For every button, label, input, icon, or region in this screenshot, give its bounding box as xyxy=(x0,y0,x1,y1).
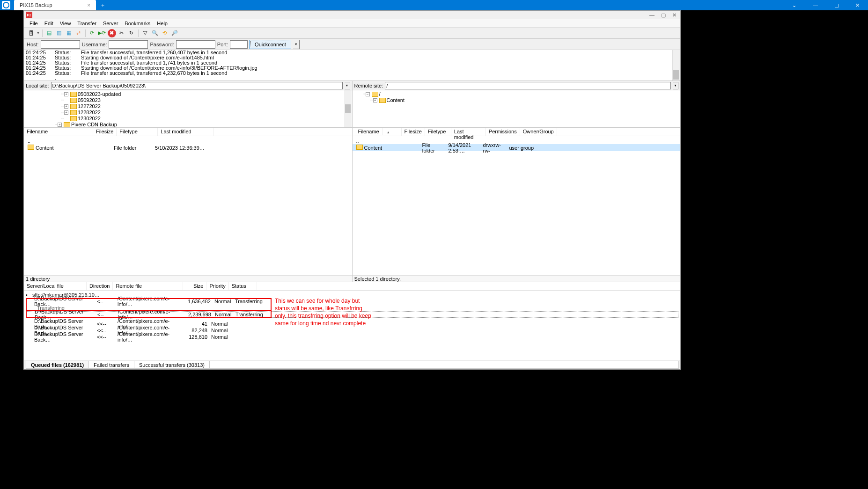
host-input[interactable] xyxy=(41,40,80,49)
expand-icon[interactable]: + xyxy=(373,98,377,102)
cancel-icon[interactable]: ✖ xyxy=(108,29,116,37)
qcol-status[interactable]: Status xyxy=(229,282,257,290)
filter-icon[interactable]: ▽ xyxy=(141,29,149,37)
expand-icon[interactable]: + xyxy=(58,123,62,127)
qcol-priority[interactable]: Priority xyxy=(206,282,228,290)
folder-icon xyxy=(70,116,77,121)
folder-icon xyxy=(70,110,77,115)
folder-icon xyxy=(70,98,77,103)
username-input[interactable] xyxy=(109,40,148,49)
filezilla-window: Fz — ▢ ✕ File Edit View Transfer Server … xyxy=(23,10,681,370)
toggle-log-icon[interactable]: ▤ xyxy=(45,29,53,37)
tree-item[interactable]: ┈+ 12282022 xyxy=(28,109,352,116)
expand-icon[interactable]: − xyxy=(366,92,370,96)
toggle-queue-icon[interactable]: ⇄ xyxy=(74,29,83,37)
local-path-input[interactable] xyxy=(51,82,343,89)
tree-item[interactable]: ┈ 12302022 xyxy=(28,116,352,122)
sitemanager-dropdown-icon[interactable]: ▼ xyxy=(37,31,40,35)
disconnect-icon[interactable]: ✂ xyxy=(118,29,126,37)
message-log[interactable]: 01:24:25Status:File transfer successful,… xyxy=(24,50,680,81)
toggle-local-tree-icon[interactable]: ▥ xyxy=(55,29,63,37)
tree-item[interactable]: ┈ 05092023 xyxy=(28,97,352,103)
close-icon[interactable]: ✕ xyxy=(847,0,868,10)
tab-success[interactable]: Successful transfers (30313) xyxy=(134,361,210,369)
quickconnect-button[interactable]: Quickconnect xyxy=(250,40,291,49)
file-row[interactable]: .. xyxy=(24,137,352,144)
local-tree[interactable]: ┈+ 05082023-updated┈ 05092023┈+ 12272022… xyxy=(24,90,352,128)
app-minimize-icon[interactable]: — xyxy=(649,12,655,18)
reconnect-icon[interactable]: ↻ xyxy=(127,29,136,37)
toggle-remote-tree-icon[interactable]: ▦ xyxy=(65,29,73,37)
refresh-icon[interactable]: ⟳ xyxy=(88,29,96,37)
scrollbar[interactable] xyxy=(672,50,680,80)
tab-failed[interactable]: Failed transfers xyxy=(88,361,134,369)
tree-item[interactable]: ┈+ 12272022 xyxy=(28,103,352,109)
tree-item[interactable]: ┈+ Pixere CDN Backup xyxy=(28,122,352,128)
sitemanager-icon[interactable]: 🗄 xyxy=(27,29,35,37)
col-owner[interactable]: Owner/Group xyxy=(520,128,557,136)
queue-row[interactable]: D:\Backup\DS Server Back…<<--/Content/pi… xyxy=(26,334,678,340)
minimize-icon[interactable]: — xyxy=(805,0,826,10)
process-queue-icon[interactable]: ▶⟳ xyxy=(98,29,106,37)
app-maximize-icon[interactable]: ▢ xyxy=(661,12,666,18)
transfer-queue[interactable]: ▪ sftp://mkumar@205.216.10… This we can … xyxy=(24,291,680,360)
file-row[interactable]: ContentFile folder5/10/2023 12:36:39… xyxy=(24,144,352,151)
col-lastmod[interactable]: Last modified xyxy=(451,128,486,136)
app-close-icon[interactable]: ✕ xyxy=(672,12,677,18)
menu-server[interactable]: Server xyxy=(100,20,121,27)
menu-transfer[interactable]: Transfer xyxy=(74,20,99,27)
col-filetype[interactable]: Filetype xyxy=(425,128,451,136)
tree-item[interactable]: ┈+ Content xyxy=(356,97,681,103)
expand-icon[interactable]: + xyxy=(64,110,68,115)
menu-edit[interactable]: Edit xyxy=(42,20,56,27)
compare-icon[interactable]: 🔍 xyxy=(151,29,159,37)
tree-item[interactable]: ┈− / xyxy=(356,91,681,97)
local-file-header[interactable]: Filename Filesize Filetype Last modified xyxy=(24,128,352,136)
maximize-icon[interactable]: ▢ xyxy=(826,0,847,10)
local-file-list[interactable]: .. ContentFile folder5/10/2023 12:36:39… xyxy=(24,136,352,275)
port-label: Port: xyxy=(217,42,228,47)
tree-item-label: 05082023-updated xyxy=(78,91,121,97)
qcol-size[interactable]: Size xyxy=(183,282,206,290)
remote-file-header[interactable]: Filename▲ Filesize Filetype Last modifie… xyxy=(353,128,681,136)
menu-file[interactable]: File xyxy=(27,20,41,27)
search-icon[interactable]: 🔎 xyxy=(170,29,179,37)
chevron-down-icon[interactable]: ⌄ xyxy=(784,0,805,10)
col-filesize[interactable]: Filesize xyxy=(93,128,117,136)
expand-icon[interactable]: + xyxy=(64,104,68,109)
col-lastmod[interactable]: Last modified xyxy=(158,128,214,136)
menu-view[interactable]: View xyxy=(57,20,74,27)
close-tab-icon[interactable]: × xyxy=(88,2,90,8)
session-tab[interactable]: PIX15 Backup × xyxy=(14,0,96,10)
col-permissions[interactable]: Permissions xyxy=(486,128,520,136)
col-filename[interactable]: Filename▲ xyxy=(353,128,402,136)
col-filename[interactable]: Filename xyxy=(24,128,93,136)
tab-queued[interactable]: Queued files (162981) xyxy=(26,361,89,369)
tree-item[interactable]: ┈+ 05082023-updated xyxy=(28,91,352,97)
qcol-remotefile[interactable]: Remote file xyxy=(113,282,183,290)
col-filesize[interactable]: Filesize xyxy=(402,128,425,136)
folder-icon xyxy=(70,104,77,109)
password-label: Password: xyxy=(150,42,174,47)
remote-tree[interactable]: ┈− /┈+ Content xyxy=(353,90,681,128)
expand-icon[interactable]: + xyxy=(64,92,68,96)
menu-bookmarks[interactable]: Bookmarks xyxy=(122,20,153,27)
port-input[interactable] xyxy=(230,40,248,49)
local-path-dropdown-icon[interactable]: ▼ xyxy=(345,82,350,89)
remote-file-list[interactable]: .. ContentFile folder9/14/2021 2:53:…drw… xyxy=(353,136,681,275)
sync-browse-icon[interactable]: ⟲ xyxy=(161,29,169,37)
remote-path-input[interactable] xyxy=(385,82,671,89)
file-row[interactable]: .. xyxy=(353,137,681,144)
qcol-direction[interactable]: Direction xyxy=(87,282,113,290)
new-tab-button[interactable]: ＋ xyxy=(96,0,109,10)
quickconnect-dropdown-icon[interactable]: ▼ xyxy=(293,40,300,49)
password-input[interactable] xyxy=(176,40,215,49)
remote-path-dropdown-icon[interactable]: ▼ xyxy=(673,82,678,89)
scrollbar[interactable] xyxy=(344,90,352,127)
file-row[interactable]: ContentFile folder9/14/2021 2:53:…drwxrw… xyxy=(353,144,681,151)
qcol-serverlocal[interactable]: Server/Local file xyxy=(24,282,87,290)
menu-help[interactable]: Help xyxy=(154,20,170,27)
queue-header[interactable]: Server/Local file Direction Remote file … xyxy=(24,282,680,291)
tree-item-label: / xyxy=(379,91,381,97)
col-filetype[interactable]: Filetype xyxy=(117,128,158,136)
